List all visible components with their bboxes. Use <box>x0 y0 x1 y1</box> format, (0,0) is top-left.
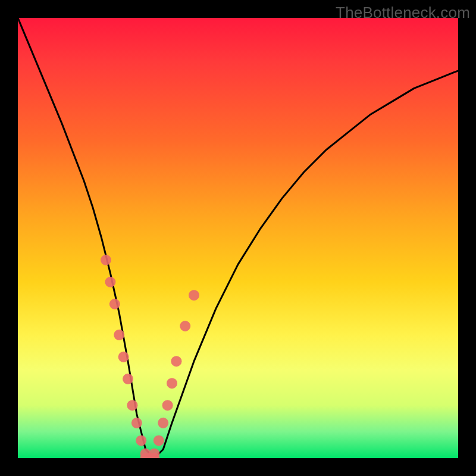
data-markers <box>101 255 199 458</box>
chart-frame: TheBottleneck.com <box>0 0 476 476</box>
bottleneck-curve <box>18 18 458 458</box>
svg-point-7 <box>131 418 142 428</box>
svg-point-4 <box>118 352 129 362</box>
svg-point-5 <box>123 374 133 384</box>
svg-point-13 <box>162 400 173 411</box>
svg-point-11 <box>154 435 164 446</box>
svg-point-15 <box>171 356 181 367</box>
svg-point-16 <box>180 321 190 331</box>
svg-point-12 <box>158 418 168 428</box>
svg-point-0 <box>101 255 111 265</box>
svg-point-17 <box>189 290 199 300</box>
svg-point-2 <box>109 299 120 309</box>
svg-point-8 <box>136 435 146 446</box>
curve-svg <box>18 18 458 458</box>
svg-point-1 <box>105 277 115 287</box>
svg-point-3 <box>114 330 124 340</box>
plot-area <box>18 18 458 458</box>
svg-point-6 <box>127 400 137 411</box>
svg-point-14 <box>167 378 177 389</box>
